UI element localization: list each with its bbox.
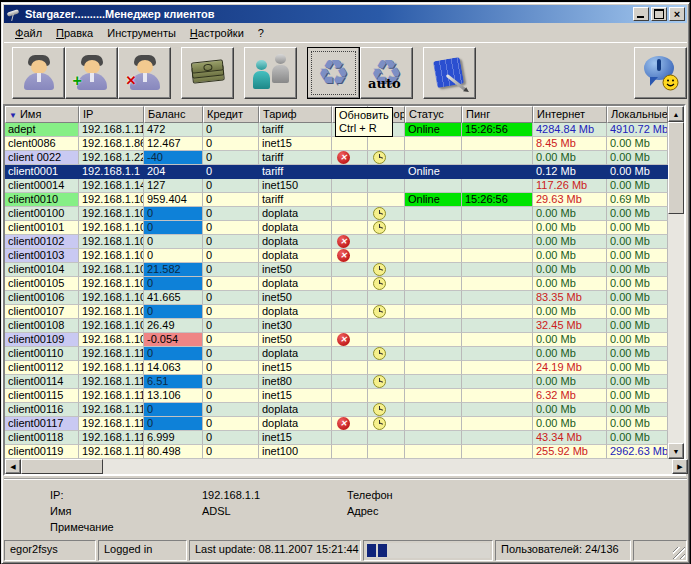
menu-item-?[interactable]: ? [251, 26, 271, 40]
horizontal-scrollbar[interactable]: ◀ ▶ [5, 459, 688, 474]
table-row[interactable]: client00104192.168.1.10421.5820inet500.0… [5, 263, 668, 277]
ping-cell [462, 347, 533, 361]
table-row[interactable]: client00107192.168.1.10700doplata0.00 Mb… [5, 305, 668, 319]
close-button[interactable]: × [669, 7, 685, 21]
column-header-Баланс[interactable]: Баланс [144, 106, 203, 123]
refresh-button[interactable]: ♻ [307, 47, 360, 99]
balance-cell: 0 [144, 277, 203, 291]
title-bar[interactable]: Stargazer..........Менеджер клиентов × [4, 5, 687, 23]
local-cell: 4910.72 Mb [607, 123, 668, 137]
client-add-button[interactable]: + [65, 47, 118, 99]
menu-item-Файл[interactable]: Файл [8, 26, 49, 40]
vertical-scroll-thumb[interactable] [668, 122, 684, 214]
table-row[interactable]: client00100192.168.1.10000doplata0.00 Mb… [5, 207, 668, 221]
tariff-cell: tariff [259, 165, 332, 179]
disabled-cell [332, 333, 368, 347]
scroll-up-button[interactable]: ▲ [668, 106, 684, 122]
table-row[interactable]: client00119192.168.1.11980.4980inet10025… [5, 445, 668, 459]
name-cell: client00101 [5, 221, 79, 235]
tariff-cell: doplata [259, 403, 332, 417]
ip-cell: 192.168.1.86 [79, 137, 144, 151]
column-label: Тариф [263, 108, 297, 120]
column-header-Имя[interactable]: ▼Имя [5, 106, 79, 123]
maximize-button[interactable] [651, 7, 667, 21]
table-row[interactable]: client0010192.168.1.10959.4040tariffOnli… [5, 193, 668, 207]
horizontal-scroll-thumb[interactable] [21, 459, 103, 474]
table-row[interactable]: client00109192.168.1.109-0.0540inet500.0… [5, 333, 668, 347]
column-header-Интернет[interactable]: Интернет [533, 106, 607, 123]
resize-grip[interactable] [633, 540, 687, 561]
table-row[interactable]: client0001192.168.1.12040tariffOnline0.1… [5, 165, 668, 179]
scroll-right-button[interactable]: ▶ [672, 459, 688, 474]
ping-cell [462, 375, 533, 389]
payments-button[interactable] [181, 47, 234, 99]
table-row[interactable]: client00103192.168.1.10300doplata0.00 Mb… [5, 249, 668, 263]
table-row[interactable]: clent0086192.168.1.8612.4670inet158.45 M… [5, 137, 668, 151]
log-button[interactable] [423, 47, 476, 99]
tariff-cell: inet50 [259, 263, 332, 277]
frozen-cell [368, 193, 405, 207]
auto-refresh-button[interactable]: ♻auto [360, 47, 413, 99]
table-row[interactable]: client00112192.168.1.11214.0630inet1524.… [5, 361, 668, 375]
client-view-button[interactable] [12, 47, 65, 99]
table-row[interactable]: client00105192.168.1.10500doplata0.00 Mb… [5, 277, 668, 291]
balance-cell: 204 [144, 165, 203, 179]
status-cell [405, 151, 462, 165]
name-cell: client00102 [5, 235, 79, 249]
name-cell: client00104 [5, 263, 79, 277]
local-cell: 0.00 Mb [607, 347, 668, 361]
table-row[interactable]: client00114192.168.1.1146.510inet800.00 … [5, 375, 668, 389]
frozen-clock-icon [373, 277, 386, 290]
tariff-cell: inet30 [259, 319, 332, 333]
internet-cell: 255.92 Mb [533, 445, 607, 459]
menu-item-Настройки[interactable]: Настройки [183, 26, 251, 40]
local-cell: 0.00 Mb [607, 291, 668, 305]
column-header-IP[interactable]: IP [79, 106, 144, 123]
name-cell: client00114 [5, 375, 79, 389]
menu-item-Правка[interactable]: Правка [49, 26, 100, 40]
status-cell [405, 305, 462, 319]
vertical-scrollbar[interactable]: ▲ ▼ [668, 106, 684, 459]
table-row[interactable]: client00101192.168.1.10100doplata0.00 Mb… [5, 221, 668, 235]
messages-button[interactable] [634, 47, 687, 99]
disabled-cell [332, 137, 368, 151]
ping-cell [462, 319, 533, 333]
tariff-cell: doplata [259, 249, 332, 263]
column-header-Кредит[interactable]: Кредит [203, 106, 259, 123]
client-delete-button[interactable]: ✕ [118, 47, 171, 99]
column-header-Статус[interactable]: Статус [405, 106, 462, 123]
person-x-icon: ✕ [124, 54, 166, 92]
minimize-button[interactable] [633, 7, 649, 21]
disabled-cell [332, 445, 368, 459]
column-header-Локальные р[interactable]: Локальные р [607, 106, 668, 123]
tariff-cell: inet100 [259, 445, 332, 459]
table-row[interactable]: client00115192.168.1.11513.1060inet156.3… [5, 389, 668, 403]
table-row[interactable]: client00014192.168.1.141270inet150117.26… [5, 179, 668, 193]
table-row[interactable]: client00108192.168.1.10826.490inet3032.4… [5, 319, 668, 333]
scroll-left-button[interactable]: ◀ [5, 459, 21, 474]
smiley-icon [662, 74, 679, 91]
scroll-down-button[interactable]: ▼ [668, 443, 684, 459]
table-row[interactable]: client 0022192.168.1.22-400tariff0.00 Mb… [5, 151, 668, 165]
disabled-cell [332, 235, 368, 249]
column-header-Пинг[interactable]: Пинг [462, 106, 533, 123]
balance-cell: 127 [144, 179, 203, 193]
table-row[interactable]: client00118192.168.1.1186.9990inet1543.3… [5, 431, 668, 445]
ip-cell: 192.168.1.107 [79, 305, 144, 319]
table-row[interactable]: client00106192.168.1.10641.6650inet5083.… [5, 291, 668, 305]
column-header-Тариф[interactable]: Тариф [259, 106, 332, 123]
menu-item-Инструменты[interactable]: Инструменты [100, 26, 183, 40]
table-row[interactable]: client00110192.168.1.11000doplata0.00 Mb… [5, 347, 668, 361]
table-row[interactable]: client00116192.168.1.11600doplata0.00 Mb… [5, 403, 668, 417]
name-cell: clent0086 [5, 137, 79, 151]
table-row[interactable]: client00117192.168.1.11700doplata0.00 Mb… [5, 417, 668, 431]
tariff-cell: doplata [259, 305, 332, 319]
table-row[interactable]: client00102192.168.1.10200doplata0.00 Mb… [5, 235, 668, 249]
credit-cell: 0 [203, 333, 259, 347]
tariff-cell: inet15 [259, 137, 332, 151]
disabled-cell [332, 361, 368, 375]
users-button[interactable] [244, 47, 297, 99]
ping-cell: 15:26:56 [462, 193, 533, 207]
ip-cell: 192.168.1.112 [79, 361, 144, 375]
horizontal-scroll-track[interactable] [103, 459, 672, 474]
